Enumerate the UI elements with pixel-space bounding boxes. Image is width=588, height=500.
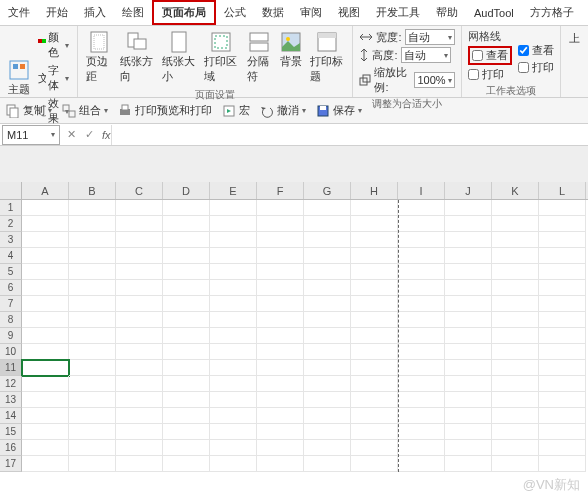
- cell[interactable]: [304, 296, 351, 312]
- cell[interactable]: [492, 312, 539, 328]
- cell[interactable]: [210, 296, 257, 312]
- cell[interactable]: [304, 376, 351, 392]
- cell[interactable]: [69, 360, 116, 376]
- row-header-10[interactable]: 10: [0, 344, 22, 360]
- cell[interactable]: [445, 216, 492, 232]
- cell[interactable]: [539, 296, 586, 312]
- cell[interactable]: [163, 456, 210, 472]
- cell[interactable]: [22, 408, 69, 424]
- cell[interactable]: [210, 280, 257, 296]
- cell[interactable]: [210, 312, 257, 328]
- cell[interactable]: [398, 200, 445, 216]
- row-header-9[interactable]: 9: [0, 328, 22, 344]
- cell[interactable]: [163, 360, 210, 376]
- width-select[interactable]: 自动▾: [405, 29, 455, 45]
- cell[interactable]: [539, 392, 586, 408]
- cell[interactable]: [351, 264, 398, 280]
- cell[interactable]: [304, 440, 351, 456]
- cell[interactable]: [304, 328, 351, 344]
- cell[interactable]: [69, 392, 116, 408]
- cell[interactable]: [351, 296, 398, 312]
- formula-bar[interactable]: [111, 125, 588, 145]
- cell[interactable]: [22, 456, 69, 472]
- cell[interactable]: [257, 232, 304, 248]
- tab-开始[interactable]: 开始: [38, 0, 76, 25]
- col-header-L[interactable]: L: [539, 182, 586, 199]
- qat-save[interactable]: 保存▾: [316, 103, 362, 118]
- cell[interactable]: [539, 360, 586, 376]
- cell[interactable]: [69, 248, 116, 264]
- cell[interactable]: [116, 200, 163, 216]
- col-header-F[interactable]: F: [257, 182, 304, 199]
- cell[interactable]: [257, 248, 304, 264]
- cell[interactable]: [210, 328, 257, 344]
- cell[interactable]: [210, 264, 257, 280]
- cell[interactable]: [539, 312, 586, 328]
- headings-view-checkbox[interactable]: 查看: [518, 43, 554, 58]
- cell[interactable]: [210, 360, 257, 376]
- col-header-I[interactable]: I: [398, 182, 445, 199]
- breaks-button[interactable]: 分隔符: [245, 29, 275, 86]
- cell[interactable]: [163, 280, 210, 296]
- tab-DIY工具箱[interactable]: DIY工具箱: [582, 0, 588, 25]
- col-header-C[interactable]: C: [116, 182, 163, 199]
- col-header-D[interactable]: D: [163, 182, 210, 199]
- cell[interactable]: [163, 328, 210, 344]
- row-header-5[interactable]: 5: [0, 264, 22, 280]
- cell[interactable]: [351, 280, 398, 296]
- row-header-8[interactable]: 8: [0, 312, 22, 328]
- cell[interactable]: [22, 280, 69, 296]
- cell[interactable]: [398, 248, 445, 264]
- row-header-1[interactable]: 1: [0, 200, 22, 216]
- cell[interactable]: [116, 376, 163, 392]
- cell[interactable]: [492, 232, 539, 248]
- cell[interactable]: [304, 216, 351, 232]
- cell[interactable]: [69, 280, 116, 296]
- cell[interactable]: [539, 328, 586, 344]
- cell[interactable]: [22, 216, 69, 232]
- cell[interactable]: [351, 376, 398, 392]
- cell[interactable]: [22, 232, 69, 248]
- cell[interactable]: [257, 456, 304, 472]
- tab-绘图[interactable]: 绘图: [114, 0, 152, 25]
- scale-select[interactable]: 100%▾: [414, 72, 455, 88]
- tab-AudTool[interactable]: AudTool: [466, 0, 522, 25]
- cell[interactable]: [116, 312, 163, 328]
- cell[interactable]: [351, 424, 398, 440]
- cell[interactable]: [22, 376, 69, 392]
- cell[interactable]: [445, 440, 492, 456]
- cell[interactable]: [22, 424, 69, 440]
- cell[interactable]: [445, 392, 492, 408]
- cell[interactable]: [163, 296, 210, 312]
- row-header-11[interactable]: 11: [0, 360, 22, 376]
- cell[interactable]: [116, 344, 163, 360]
- qat-macro[interactable]: 宏: [222, 103, 250, 118]
- cell[interactable]: [22, 200, 69, 216]
- cell[interactable]: [398, 456, 445, 472]
- cell[interactable]: [210, 392, 257, 408]
- cell[interactable]: [210, 248, 257, 264]
- cell[interactable]: [210, 424, 257, 440]
- cell[interactable]: [398, 232, 445, 248]
- cell[interactable]: [445, 360, 492, 376]
- cell[interactable]: [304, 360, 351, 376]
- cell[interactable]: [445, 232, 492, 248]
- bring-forward-button[interactable]: 上: [567, 29, 582, 48]
- cell[interactable]: [539, 232, 586, 248]
- cell[interactable]: [492, 408, 539, 424]
- cell[interactable]: [492, 456, 539, 472]
- cell[interactable]: [351, 328, 398, 344]
- background-button[interactable]: 背景: [278, 29, 304, 86]
- cell[interactable]: [163, 312, 210, 328]
- cell[interactable]: [163, 216, 210, 232]
- cell[interactable]: [351, 408, 398, 424]
- row-header-14[interactable]: 14: [0, 408, 22, 424]
- cell[interactable]: [116, 280, 163, 296]
- cell[interactable]: [398, 216, 445, 232]
- cell[interactable]: [304, 248, 351, 264]
- tab-插入[interactable]: 插入: [76, 0, 114, 25]
- cell[interactable]: [304, 456, 351, 472]
- cell[interactable]: [445, 248, 492, 264]
- cell[interactable]: [445, 408, 492, 424]
- cell[interactable]: [304, 200, 351, 216]
